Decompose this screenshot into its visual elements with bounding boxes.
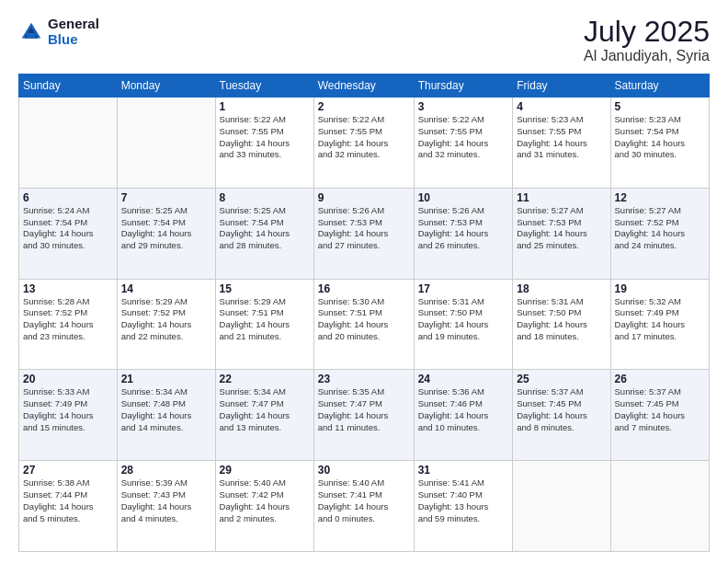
- cell-info: Sunrise: 5:41 AM Sunset: 7:40 PM Dayligh…: [418, 477, 509, 524]
- cell-info: Sunrise: 5:27 AM Sunset: 7:52 PM Dayligh…: [615, 205, 705, 252]
- table-row: 6Sunrise: 5:24 AM Sunset: 7:54 PM Daylig…: [19, 188, 118, 279]
- cell-info: Sunrise: 5:34 AM Sunset: 7:47 PM Dayligh…: [220, 386, 310, 433]
- table-row: 2Sunrise: 5:22 AM Sunset: 7:55 PM Daylig…: [313, 98, 414, 189]
- logo: General Blue: [18, 17, 99, 47]
- cell-info: Sunrise: 5:36 AM Sunset: 7:46 PM Dayligh…: [418, 386, 509, 433]
- cell-info: Sunrise: 5:24 AM Sunset: 7:54 PM Dayligh…: [23, 205, 113, 252]
- day-number: 9: [318, 191, 410, 204]
- cell-info: Sunrise: 5:31 AM Sunset: 7:50 PM Dayligh…: [517, 296, 606, 343]
- cell-info: Sunrise: 5:40 AM Sunset: 7:42 PM Dayligh…: [220, 477, 310, 524]
- cell-info: Sunrise: 5:33 AM Sunset: 7:49 PM Dayligh…: [23, 386, 113, 433]
- table-row: 18Sunrise: 5:31 AM Sunset: 7:50 PM Dayli…: [513, 279, 610, 370]
- cell-info: Sunrise: 5:25 AM Sunset: 7:54 PM Dayligh…: [220, 205, 310, 252]
- day-number: 10: [418, 191, 509, 204]
- day-number: 19: [615, 282, 705, 295]
- day-number: 16: [318, 282, 410, 295]
- day-number: 24: [418, 373, 509, 385]
- header-friday: Friday: [513, 75, 610, 98]
- cell-info: Sunrise: 5:37 AM Sunset: 7:45 PM Dayligh…: [615, 386, 705, 433]
- location: Al Janudiyah, Syria: [584, 48, 710, 64]
- table-row: 30Sunrise: 5:40 AM Sunset: 7:41 PM Dayli…: [313, 461, 414, 552]
- table-row: 19Sunrise: 5:32 AM Sunset: 7:49 PM Dayli…: [610, 279, 709, 370]
- table-row: 12Sunrise: 5:27 AM Sunset: 7:52 PM Dayli…: [610, 188, 709, 279]
- day-number: 18: [517, 282, 606, 295]
- table-row: [513, 461, 610, 552]
- table-row: 16Sunrise: 5:30 AM Sunset: 7:51 PM Dayli…: [313, 279, 414, 370]
- table-row: 20Sunrise: 5:33 AM Sunset: 7:49 PM Dayli…: [19, 370, 118, 461]
- table-row: 4Sunrise: 5:23 AM Sunset: 7:55 PM Daylig…: [513, 98, 610, 189]
- table-row: 13Sunrise: 5:28 AM Sunset: 7:52 PM Dayli…: [19, 279, 118, 370]
- calendar-week-row: 13Sunrise: 5:28 AM Sunset: 7:52 PM Dayli…: [19, 279, 710, 370]
- table-row: 5Sunrise: 5:23 AM Sunset: 7:54 PM Daylig…: [610, 98, 709, 189]
- cell-info: Sunrise: 5:37 AM Sunset: 7:45 PM Dayligh…: [517, 386, 606, 433]
- day-number: 25: [517, 373, 606, 385]
- cell-info: Sunrise: 5:39 AM Sunset: 7:43 PM Dayligh…: [121, 477, 211, 524]
- table-row: 22Sunrise: 5:34 AM Sunset: 7:47 PM Dayli…: [215, 370, 313, 461]
- table-row: 24Sunrise: 5:36 AM Sunset: 7:46 PM Dayli…: [414, 370, 513, 461]
- day-number: 28: [121, 464, 211, 477]
- header-wednesday: Wednesday: [313, 75, 414, 98]
- day-number: 4: [517, 100, 606, 113]
- day-number: 29: [220, 464, 310, 477]
- table-row: 3Sunrise: 5:22 AM Sunset: 7:55 PM Daylig…: [414, 98, 513, 189]
- calendar-week-row: 6Sunrise: 5:24 AM Sunset: 7:54 PM Daylig…: [19, 188, 710, 279]
- cell-info: Sunrise: 5:26 AM Sunset: 7:53 PM Dayligh…: [418, 205, 509, 252]
- table-row: [610, 461, 709, 552]
- cell-info: Sunrise: 5:29 AM Sunset: 7:52 PM Dayligh…: [121, 296, 211, 343]
- cell-info: Sunrise: 5:34 AM Sunset: 7:48 PM Dayligh…: [121, 386, 211, 433]
- cell-info: Sunrise: 5:38 AM Sunset: 7:44 PM Dayligh…: [23, 477, 113, 524]
- table-row: 25Sunrise: 5:37 AM Sunset: 7:45 PM Dayli…: [513, 370, 610, 461]
- table-row: 23Sunrise: 5:35 AM Sunset: 7:47 PM Dayli…: [313, 370, 414, 461]
- table-row: [117, 98, 215, 189]
- day-number: 15: [220, 282, 310, 295]
- header-tuesday: Tuesday: [215, 75, 313, 98]
- header-saturday: Saturday: [610, 75, 709, 98]
- cell-info: Sunrise: 5:28 AM Sunset: 7:52 PM Dayligh…: [23, 296, 113, 343]
- day-number: 17: [418, 282, 509, 295]
- table-row: 26Sunrise: 5:37 AM Sunset: 7:45 PM Dayli…: [610, 370, 709, 461]
- logo-icon: [18, 19, 44, 45]
- month-year: July 2025: [584, 17, 710, 46]
- table-row: 11Sunrise: 5:27 AM Sunset: 7:53 PM Dayli…: [513, 188, 610, 279]
- table-row: 7Sunrise: 5:25 AM Sunset: 7:54 PM Daylig…: [117, 188, 215, 279]
- table-row: 27Sunrise: 5:38 AM Sunset: 7:44 PM Dayli…: [19, 461, 118, 552]
- table-row: 9Sunrise: 5:26 AM Sunset: 7:53 PM Daylig…: [313, 188, 414, 279]
- table-row: 8Sunrise: 5:25 AM Sunset: 7:54 PM Daylig…: [215, 188, 313, 279]
- logo-blue: Blue: [48, 32, 99, 48]
- table-row: 29Sunrise: 5:40 AM Sunset: 7:42 PM Dayli…: [215, 461, 313, 552]
- title-block: July 2025 Al Janudiyah, Syria: [584, 17, 710, 64]
- day-number: 5: [615, 100, 705, 113]
- cell-info: Sunrise: 5:27 AM Sunset: 7:53 PM Dayligh…: [517, 205, 606, 252]
- day-number: 6: [23, 191, 113, 204]
- svg-rect-2: [27, 32, 35, 38]
- logo-text: General Blue: [48, 17, 99, 47]
- calendar-page: General Blue July 2025 Al Janudiyah, Syr…: [0, 0, 728, 563]
- table-row: 31Sunrise: 5:41 AM Sunset: 7:40 PM Dayli…: [414, 461, 513, 552]
- cell-info: Sunrise: 5:31 AM Sunset: 7:50 PM Dayligh…: [418, 296, 509, 343]
- day-number: 8: [220, 191, 310, 204]
- day-number: 11: [517, 191, 606, 204]
- table-row: 17Sunrise: 5:31 AM Sunset: 7:50 PM Dayli…: [414, 279, 513, 370]
- table-row: 15Sunrise: 5:29 AM Sunset: 7:51 PM Dayli…: [215, 279, 313, 370]
- day-number: 20: [23, 373, 113, 385]
- day-number: 7: [121, 191, 211, 204]
- header-thursday: Thursday: [414, 75, 513, 98]
- table-row: 14Sunrise: 5:29 AM Sunset: 7:52 PM Dayli…: [117, 279, 215, 370]
- cell-info: Sunrise: 5:30 AM Sunset: 7:51 PM Dayligh…: [318, 296, 410, 343]
- day-number: 12: [615, 191, 705, 204]
- cell-info: Sunrise: 5:22 AM Sunset: 7:55 PM Dayligh…: [318, 114, 410, 161]
- day-number: 14: [121, 282, 211, 295]
- cell-info: Sunrise: 5:26 AM Sunset: 7:53 PM Dayligh…: [318, 205, 410, 252]
- table-row: 1Sunrise: 5:22 AM Sunset: 7:55 PM Daylig…: [215, 98, 313, 189]
- day-number: 21: [121, 373, 211, 385]
- cell-info: Sunrise: 5:35 AM Sunset: 7:47 PM Dayligh…: [318, 386, 410, 433]
- calendar-week-row: 1Sunrise: 5:22 AM Sunset: 7:55 PM Daylig…: [19, 98, 710, 189]
- header-monday: Monday: [117, 75, 215, 98]
- header: General Blue July 2025 Al Janudiyah, Syr…: [18, 17, 710, 64]
- table-row: [19, 98, 118, 189]
- header-sunday: Sunday: [19, 75, 118, 98]
- logo-general: General: [48, 17, 99, 32]
- table-row: 10Sunrise: 5:26 AM Sunset: 7:53 PM Dayli…: [414, 188, 513, 279]
- calendar-week-row: 20Sunrise: 5:33 AM Sunset: 7:49 PM Dayli…: [19, 370, 710, 461]
- day-number: 2: [318, 100, 410, 113]
